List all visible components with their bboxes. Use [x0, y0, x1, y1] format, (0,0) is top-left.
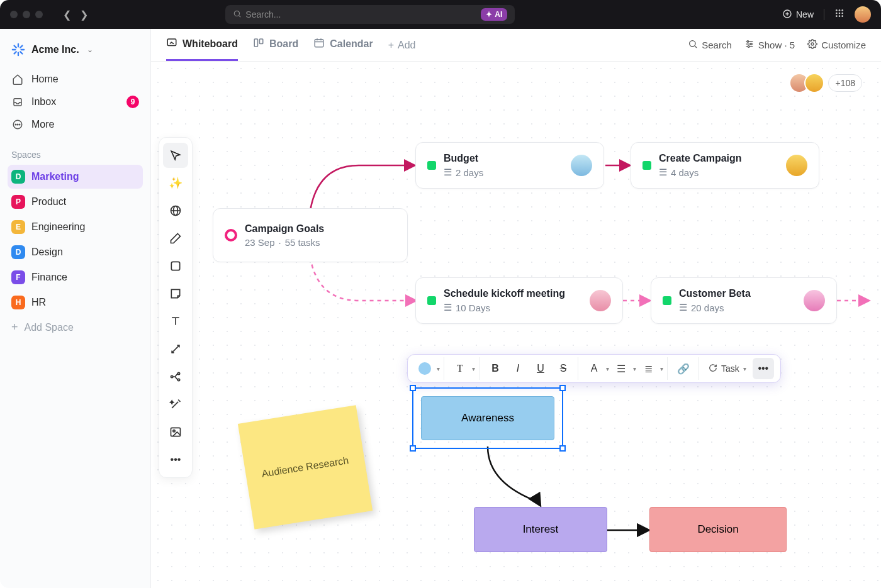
convert-to-task-button[interactable]: Task ▾ — [704, 358, 751, 379]
view-search[interactable]: Search — [688, 39, 732, 51]
assignee-avatar[interactable] — [786, 155, 807, 176]
sticky-note[interactable]: Audience Research — [238, 405, 373, 530]
italic-button[interactable]: I — [507, 358, 529, 379]
tool-web[interactable] — [163, 198, 188, 223]
svg-point-39 — [750, 43, 752, 45]
resize-handle-ne[interactable] — [559, 385, 566, 391]
toolbar-more-button[interactable]: ••• — [753, 358, 774, 379]
nav-home-label: Home — [31, 74, 59, 85]
tool-image[interactable] — [163, 419, 188, 445]
minimize-dot[interactable] — [23, 11, 30, 18]
tab-calendar[interactable]: Calendar — [313, 29, 373, 61]
text-color-button[interactable]: A — [583, 358, 605, 379]
assignee-avatar[interactable] — [804, 290, 825, 311]
view-show-label: Show · 5 — [758, 40, 795, 50]
text-formatting-toolbar: ▾ T ▾ B I U S A▾ ☰▾ ≣▾ 🔗 — [407, 354, 781, 383]
resize-handle-se[interactable] — [559, 445, 566, 452]
workspace-switcher[interactable]: Acme Inc. ⌄ — [8, 38, 143, 62]
tool-connector[interactable] — [163, 336, 188, 362]
tool-mindmap[interactable] — [163, 364, 188, 389]
tool-more[interactable]: ••• — [163, 447, 188, 472]
space-item-product[interactable]: PProduct — [8, 190, 143, 214]
tool-ai[interactable]: ✨ — [163, 170, 188, 196]
global-search[interactable]: Search... ✦ AI — [225, 5, 515, 24]
back-button[interactable]: ❮ — [63, 9, 71, 21]
collaborator-count[interactable]: +108 — [828, 74, 862, 92]
forward-button[interactable]: ❯ — [80, 9, 88, 21]
tool-sticky[interactable] — [163, 281, 188, 306]
list-icon: ☰ — [444, 302, 452, 313]
ai-button[interactable]: ✦ AI — [481, 8, 507, 21]
align-button[interactable]: ☰ — [610, 358, 632, 379]
maximize-dot[interactable] — [35, 11, 43, 18]
nav-home[interactable]: Home — [8, 68, 143, 91]
space-item-engineering[interactable]: EEngineering — [8, 215, 143, 239]
status-square-icon — [643, 161, 651, 170]
add-view-button[interactable]: + Add — [388, 40, 416, 51]
svg-line-19 — [20, 52, 22, 53]
view-show[interactable]: Show · 5 — [744, 39, 795, 51]
space-item-hr[interactable]: HHR — [8, 291, 143, 314]
tool-shape[interactable] — [163, 253, 188, 279]
card-date: 23 Sep — [245, 237, 275, 248]
status-square-icon — [427, 296, 436, 305]
shape-selection[interactable]: Awareness — [412, 387, 563, 449]
nav-more[interactable]: More — [8, 113, 143, 136]
assignee-avatar[interactable] — [590, 290, 611, 311]
fill-color-button[interactable] — [414, 358, 435, 379]
shape-decision[interactable]: Decision — [649, 507, 787, 552]
tool-magic[interactable] — [163, 392, 188, 417]
shape-interest[interactable]: Interest — [474, 507, 607, 552]
tool-text[interactable] — [163, 309, 188, 334]
svg-line-34 — [695, 46, 697, 48]
resize-handle-nw[interactable] — [410, 385, 416, 391]
space-item-design[interactable]: DDesign — [8, 240, 143, 264]
space-item-marketing[interactable]: DMarketing — [8, 165, 143, 189]
add-space-button[interactable]: + Add Space — [8, 316, 143, 339]
resize-handle-sw[interactable] — [410, 445, 416, 452]
svg-rect-29 — [315, 40, 323, 47]
view-customize[interactable]: Customize — [807, 39, 866, 51]
whiteboard-canvas[interactable]: +108 ✨ ••• — [151, 62, 881, 588]
card-campaign-goals[interactable]: Campaign Goals 23 Sep · 55 tasks — [213, 208, 408, 262]
tab-whiteboard[interactable]: Whiteboard — [166, 29, 238, 61]
tool-select[interactable] — [163, 143, 188, 168]
chevron-down-icon: ▾ — [606, 365, 609, 372]
card-customer-beta[interactable]: Customer Beta ☰20 days — [651, 277, 837, 324]
card-budget[interactable]: Budget ☰2 days — [415, 142, 604, 189]
tab-board[interactable]: Board — [253, 29, 298, 61]
bold-button[interactable]: B — [485, 358, 506, 379]
close-dot[interactable] — [10, 11, 18, 18]
workspace-logo-icon — [11, 43, 25, 57]
new-button[interactable]: New — [782, 9, 814, 21]
user-avatar[interactable] — [855, 6, 871, 23]
svg-point-0 — [235, 11, 240, 16]
assignee-avatar[interactable] — [571, 155, 592, 176]
card-create-campaign[interactable]: Create Campaign ☰4 days — [631, 142, 819, 189]
apps-grid-icon[interactable] — [834, 8, 845, 21]
view-tabs: Whiteboard Board Calendar + Add Search — [151, 29, 881, 62]
collaborator-avatar[interactable] — [804, 73, 824, 93]
sparkle-icon: ✦ — [486, 10, 492, 19]
card-kickoff[interactable]: Schedule kickoff meeting ☰10 Days — [415, 277, 623, 324]
underline-button[interactable]: U — [530, 358, 551, 379]
svg-point-12 — [839, 15, 841, 17]
tool-pen[interactable] — [163, 226, 188, 251]
strikethrough-button[interactable]: S — [553, 358, 574, 379]
nav-more-label: More — [31, 119, 54, 130]
svg-line-1 — [239, 15, 240, 16]
nav-inbox[interactable]: Inbox 9 — [8, 91, 143, 113]
font-size-button[interactable]: T — [449, 358, 471, 379]
workspace-name: Acme Inc. — [31, 44, 79, 55]
inbox-badge: 9 — [126, 96, 139, 108]
search-icon — [688, 39, 698, 51]
space-item-finance[interactable]: FFinance — [8, 265, 143, 289]
history-nav: ❮ ❯ — [63, 9, 88, 21]
shape-awareness[interactable]: Awareness — [421, 396, 554, 440]
spaces-heading: Spaces — [8, 150, 143, 165]
list-button[interactable]: ≣ — [637, 358, 659, 379]
link-button[interactable]: 🔗 — [673, 358, 694, 379]
svg-point-8 — [836, 13, 838, 14]
card-title: Campaign Goals — [245, 223, 324, 235]
svg-rect-45 — [171, 262, 179, 270]
